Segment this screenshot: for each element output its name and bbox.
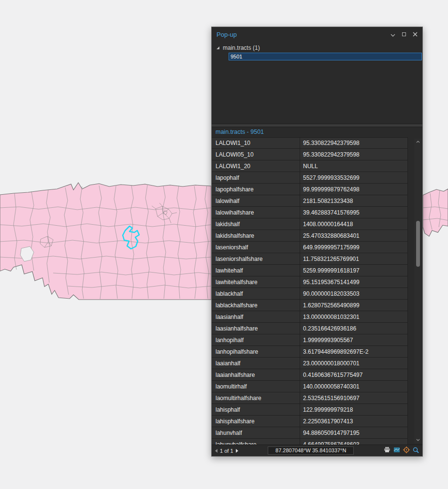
table-row[interactable]: lablackhalfshare 1.6280752565490899 <box>212 300 407 311</box>
field-name-cell: lahisphalfshare <box>212 416 300 427</box>
scrollbar-thumb[interactable] <box>416 221 420 267</box>
field-value-cell: 140.00000058740301 <box>300 381 407 392</box>
tree-group[interactable]: main.tracts (1) <box>212 43 422 52</box>
field-name-cell: lakidshalf <box>212 218 300 230</box>
table-row[interactable]: lawhitehalfshare 95.151953675141499 <box>212 276 407 288</box>
zoom-to-feature-button[interactable] <box>403 446 410 455</box>
field-name-cell: LALOWI1_20 <box>212 160 300 172</box>
field-value-cell: 1408.00000164418 <box>300 218 407 230</box>
table-row[interactable]: lakidshalfshare 25.470332880683401 <box>212 230 407 242</box>
field-name-cell: lalowihalf <box>212 195 300 206</box>
field-value-cell: 94.886050914797195 <box>300 427 407 438</box>
scroll-up-icon[interactable] <box>414 139 422 145</box>
field-name-cell: laseniorshalf <box>212 242 300 253</box>
table-row[interactable]: lalowihalf 2181.50821323438 <box>212 195 407 207</box>
table-row[interactable]: laomultirhalfshare 2.5325615156910697 <box>212 392 407 404</box>
field-value-cell: 1.99999993905567 <box>300 334 407 345</box>
field-name-cell: lablackhalfshare <box>212 300 300 311</box>
table-row[interactable]: lalowihalfshare 39.462883741576995 <box>212 207 407 218</box>
collapse-button[interactable] <box>390 31 395 38</box>
table-row[interactable]: lablackhalf 90.000000182033503 <box>212 288 407 300</box>
table-row[interactable]: lahisphalf 122.999999979218 <box>212 404 407 416</box>
field-name-cell: lanhopihalf <box>212 334 300 345</box>
search-button[interactable] <box>413 447 419 455</box>
table-row[interactable]: LALOWI05_10 95.330822942379598 <box>212 149 407 160</box>
close-button[interactable] <box>413 31 418 38</box>
field-name-cell: LALOWI1_10 <box>212 138 300 148</box>
tree-item-selected[interactable]: 9501 <box>229 53 422 60</box>
field-name-cell: laasianhalfshare <box>212 323 300 334</box>
table-row[interactable]: laasianhalf 13.000000081032301 <box>212 311 407 323</box>
popup-window: Pop-up <box>211 27 423 457</box>
table-row[interactable]: lanhopihalf 1.99999993905567 <box>212 334 407 346</box>
field-value-cell: NULL <box>300 160 407 172</box>
field-name-cell: laasianhalf <box>212 311 300 322</box>
field-value-cell: 13.000000081032301 <box>300 311 407 322</box>
search-icon <box>413 447 419 455</box>
field-value-cell: 3.6179448969892697E-2 <box>300 346 407 357</box>
field-name-cell: lalowihalfshare <box>212 207 300 218</box>
previous-arrow-icon <box>215 447 217 454</box>
feature-tree: main.tracts (1) 9501 <box>212 42 422 124</box>
field-value-cell: 4.6649975867648603 <box>300 439 407 445</box>
field-name-cell: lapophalfshare <box>212 184 300 195</box>
map-frame-icon <box>393 447 400 454</box>
previous-record-button[interactable] <box>215 447 217 454</box>
table-row[interactable]: laomultirhalf 140.00000058740301 <box>212 381 407 392</box>
field-name-cell: laaianhalfshare <box>212 369 300 380</box>
field-value-cell: 0.41606367615775497 <box>300 369 407 380</box>
table-row[interactable]: lakidshalf 1408.00000164418 <box>212 218 407 230</box>
field-name-cell: lanhopihalfshare <box>212 346 300 357</box>
table-row[interactable]: laaianhalfshare 0.41606367615775497 <box>212 369 407 381</box>
field-name-cell: laaianhalf <box>212 358 300 369</box>
table-row[interactable]: LALOWI1_20 NULL <box>212 160 407 172</box>
pager-label: 1 of 1 <box>220 448 233 454</box>
chevron-down-icon <box>390 31 395 38</box>
table-row[interactable]: laaianhalf 23.000000018000701 <box>212 358 407 369</box>
field-name-cell: laomultirhalf <box>212 381 300 392</box>
field-value-cell: 122.999999979218 <box>300 404 407 415</box>
field-name-cell: lahunvhalfshare <box>212 439 300 445</box>
table-row[interactable]: laseniorshalf 649.99999957175999 <box>212 242 407 253</box>
statusbar-tools <box>384 446 419 455</box>
field-value-cell: 2.5325615156910697 <box>300 392 407 403</box>
table-row[interactable]: lahisphalfshare 2.22503617907413 <box>212 416 407 427</box>
field-value-cell: 0.235166426936186 <box>300 323 407 334</box>
state-tracts-polygon-east[interactable] <box>423 189 448 236</box>
table-row[interactable]: lapophalf 5527.9999933532699 <box>212 172 407 184</box>
printer-icon <box>384 447 390 454</box>
tree-expand-icon[interactable] <box>216 44 220 51</box>
section-header: main.tracts - 9501 <box>212 127 422 137</box>
attribute-table-pane: LALOWI1_10 95.330822942379598 LALOWI05_1… <box>212 137 422 445</box>
popup-statusbar: 1 of 1 87.2807048°W 35.8410337°N <box>212 445 422 456</box>
field-value-cell: 649.99999957175999 <box>300 242 407 253</box>
field-value-cell: 5259.9999991618197 <box>300 265 407 276</box>
map-frame-button[interactable] <box>393 447 400 454</box>
maximize-button[interactable] <box>402 31 406 38</box>
table-row[interactable]: LALOWI1_10 95.330822942379598 <box>212 137 407 149</box>
next-record-button[interactable] <box>236 447 238 454</box>
vertical-scrollbar[interactable] <box>414 139 422 443</box>
pane-splitter[interactable] <box>212 124 422 127</box>
field-name-cell: lapophalf <box>212 172 300 183</box>
popup-titlebar[interactable]: Pop-up <box>212 27 422 42</box>
field-name-cell: lakidshalfshare <box>212 230 300 241</box>
table-row[interactable]: lapophalfshare 99.999999879762498 <box>212 184 407 195</box>
table-row[interactable]: lahunvhalfshare 4.6649975867648603 <box>212 439 407 445</box>
scroll-down-icon[interactable] <box>414 437 422 443</box>
field-name-cell: LALOWI05_10 <box>212 149 300 160</box>
table-row[interactable]: laseniorshalfshare 11.758321265769901 <box>212 253 407 265</box>
table-row[interactable]: lahunvhalf 94.886050914797195 <box>212 427 407 439</box>
next-arrow-icon <box>236 447 238 454</box>
field-value-cell: 95.330822942379598 <box>300 138 407 148</box>
field-value-cell: 90.000000182033503 <box>300 288 407 299</box>
maximize-icon <box>402 31 406 38</box>
field-value-cell: 99.999999879762498 <box>300 184 407 195</box>
popup-title: Pop-up <box>217 31 237 38</box>
field-name-cell: lawhitehalf <box>212 265 300 276</box>
field-value-cell: 25.470332880683401 <box>300 230 407 241</box>
table-row[interactable]: lawhitehalf 5259.9999991618197 <box>212 265 407 276</box>
table-row[interactable]: laasianhalfshare 0.235166426936186 <box>212 323 407 334</box>
print-button[interactable] <box>384 447 390 454</box>
table-row[interactable]: lanhopihalfshare 3.6179448969892697E-2 <box>212 346 407 358</box>
